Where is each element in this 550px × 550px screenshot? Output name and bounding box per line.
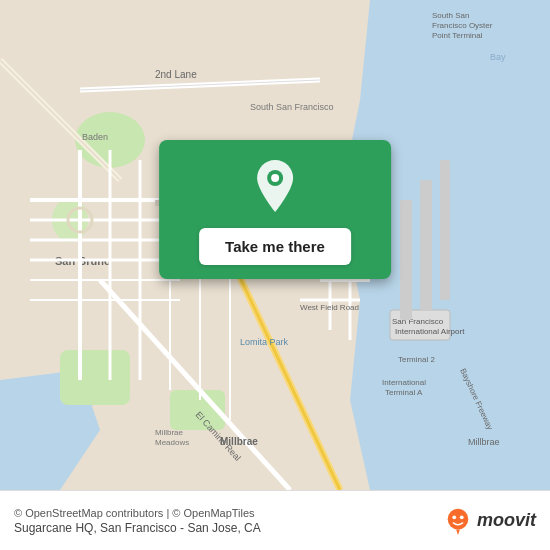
svg-text:Millbrae: Millbrae — [220, 436, 258, 447]
svg-point-65 — [460, 515, 464, 519]
svg-text:Millbrae: Millbrae — [155, 428, 184, 437]
svg-rect-4 — [60, 350, 130, 405]
moovit-text: moovit — [477, 510, 536, 531]
map-attribution: © OpenStreetMap contributors | © OpenMap… — [14, 506, 261, 521]
svg-text:South San: South San — [432, 11, 469, 20]
page-title: Sugarcane HQ, San Francisco - San Jose, … — [14, 521, 261, 535]
svg-text:Terminal A: Terminal A — [385, 388, 423, 397]
svg-text:South San Francisco: South San Francisco — [250, 102, 334, 112]
bottom-bar: © OpenStreetMap contributors | © OpenMap… — [0, 490, 550, 550]
svg-text:West Field Road: West Field Road — [300, 303, 359, 312]
cta-card: Take me there — [159, 140, 391, 279]
svg-text:Lomita Park: Lomita Park — [240, 337, 289, 347]
svg-point-62 — [271, 174, 279, 182]
map-container: 2nd Lane South San Francisco Baden San B… — [0, 0, 550, 490]
svg-text:Francisco Oyster: Francisco Oyster — [432, 21, 493, 30]
svg-text:Bay: Bay — [490, 52, 506, 62]
svg-text:Point Terminal: Point Terminal — [432, 31, 483, 40]
svg-rect-58 — [400, 200, 412, 320]
svg-rect-60 — [440, 160, 450, 300]
svg-text:International: International — [382, 378, 426, 387]
moovit-icon — [444, 507, 472, 535]
take-me-there-button[interactable]: Take me there — [199, 228, 351, 265]
location-pin-icon — [251, 158, 299, 214]
cta-button-container[interactable]: Take me there — [159, 140, 391, 279]
svg-point-63 — [448, 508, 469, 529]
svg-text:2nd Lane: 2nd Lane — [155, 69, 197, 80]
svg-text:Millbrae: Millbrae — [468, 437, 500, 447]
svg-rect-59 — [420, 180, 432, 310]
svg-text:Baden: Baden — [82, 132, 108, 142]
moovit-logo: moovit — [444, 507, 536, 535]
svg-text:International Airport: International Airport — [395, 327, 465, 336]
svg-point-64 — [452, 515, 456, 519]
svg-text:Meadows: Meadows — [155, 438, 189, 447]
svg-text:San Francisco: San Francisco — [392, 317, 444, 326]
svg-text:Terminal 2: Terminal 2 — [398, 355, 435, 364]
